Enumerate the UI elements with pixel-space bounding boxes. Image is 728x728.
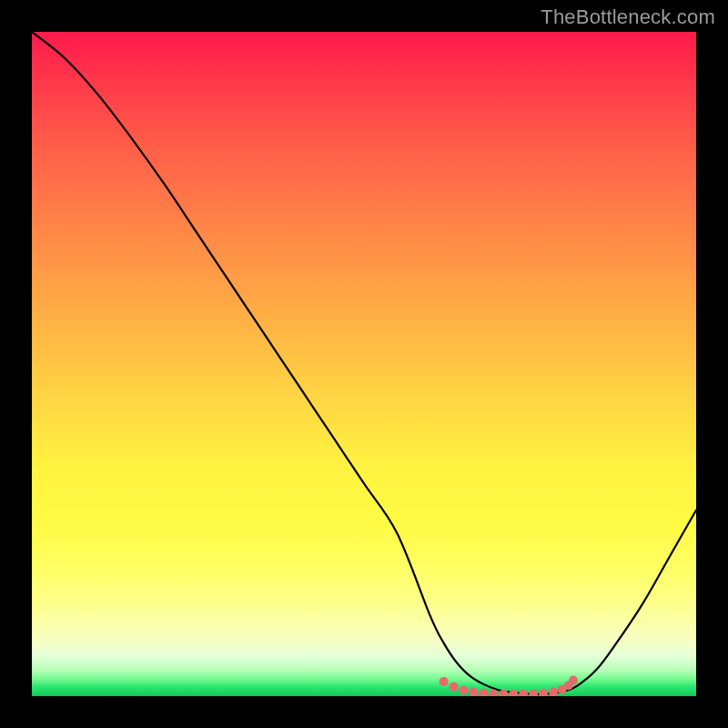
optimal-dot [460,685,469,694]
optimal-dot [509,690,518,696]
optimal-range-markers [440,675,578,696]
optimal-dot [440,677,449,686]
optimal-dot [529,689,538,696]
chart-svg [32,32,696,696]
optimal-dot [469,688,478,696]
bottleneck-curve [32,32,696,694]
optimal-dot [539,689,548,696]
optimal-dot [519,690,528,696]
watermark-label: TheBottleneck.com [541,5,715,29]
optimal-dot [569,675,578,684]
optimal-dot [450,682,459,692]
optimal-dot [549,688,558,696]
plot-area [32,32,696,696]
chart-container: TheBottleneck.com [0,0,728,728]
optimal-dot [479,689,488,696]
